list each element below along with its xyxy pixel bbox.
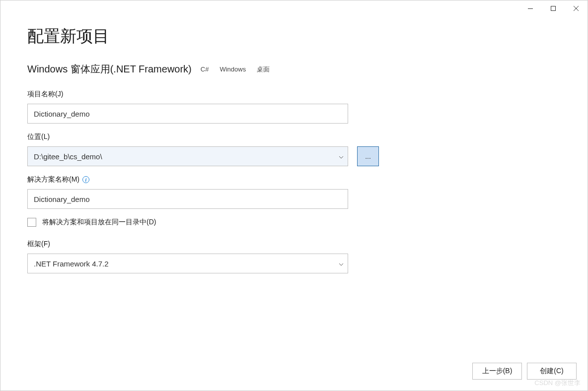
template-name: Windows 窗体应用(.NET Framework) bbox=[27, 63, 192, 76]
solution-name-label: 解决方案名称(M) i bbox=[27, 175, 561, 184]
info-icon[interactable]: i bbox=[82, 176, 89, 183]
framework-group: 框架(F) bbox=[27, 240, 561, 273]
window-controls bbox=[519, 0, 588, 16]
solution-name-input[interactable] bbox=[27, 189, 348, 209]
tag-platform: Windows bbox=[218, 65, 248, 74]
svg-rect-0 bbox=[528, 8, 533, 9]
svg-rect-1 bbox=[551, 6, 556, 11]
tag-language: C# bbox=[199, 65, 211, 74]
minimize-button[interactable] bbox=[519, 0, 542, 16]
browse-button[interactable]: ... bbox=[357, 146, 379, 166]
location-label: 位置(L) bbox=[27, 132, 561, 141]
framework-label: 框架(F) bbox=[27, 240, 561, 249]
page-title: 配置新项目 bbox=[27, 25, 561, 48]
solution-name-label-text: 解决方案名称(M) bbox=[27, 175, 79, 184]
project-name-label: 项目名称(J) bbox=[27, 90, 561, 99]
subtitle-row: Windows 窗体应用(.NET Framework) C# Windows … bbox=[27, 63, 561, 76]
location-input[interactable] bbox=[27, 146, 348, 166]
location-group: 位置(L) ... bbox=[27, 132, 561, 166]
framework-select[interactable] bbox=[27, 254, 348, 273]
same-dir-row: 将解决方案和项目放在同一目录中(D) bbox=[27, 218, 561, 227]
watermark: CSDN @张世李 bbox=[534, 379, 581, 388]
create-button[interactable]: 创建(C) bbox=[527, 363, 577, 380]
footer-buttons: 上一步(B) 创建(C) bbox=[472, 363, 577, 380]
tag-type: 桌面 bbox=[255, 64, 272, 75]
close-button[interactable] bbox=[565, 0, 588, 16]
dialog-content: 配置新项目 Windows 窗体应用(.NET Framework) C# Wi… bbox=[0, 0, 588, 273]
same-dir-label: 将解决方案和项目放在同一目录中(D) bbox=[42, 218, 156, 227]
solution-name-group: 解决方案名称(M) i bbox=[27, 175, 561, 209]
same-dir-checkbox[interactable] bbox=[27, 218, 36, 227]
project-name-input[interactable] bbox=[27, 104, 348, 124]
project-name-group: 项目名称(J) bbox=[27, 90, 561, 124]
back-button[interactable]: 上一步(B) bbox=[472, 363, 522, 380]
maximize-button[interactable] bbox=[542, 0, 565, 16]
